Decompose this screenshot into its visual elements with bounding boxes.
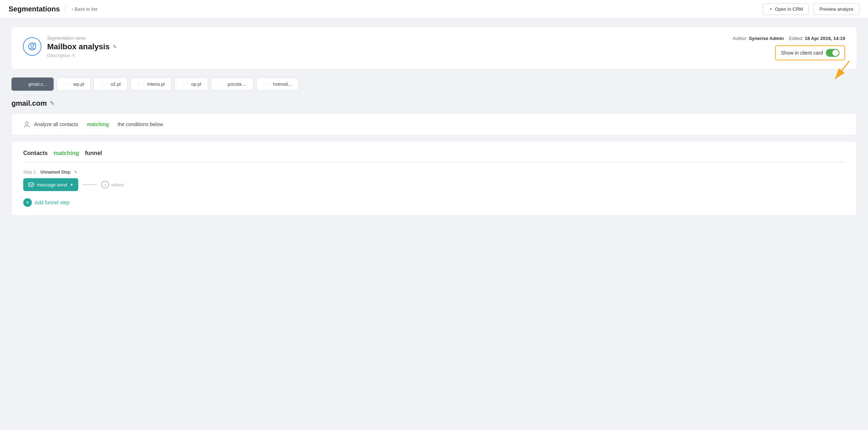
drag-icon: ⋮⋮ [181,82,189,86]
seg-name-label: Segmentation name [47,36,117,41]
person-icon: ⚬ [769,6,773,12]
analyze-text-before: Analyze all contacts [34,121,78,127]
tab-label: hotmail... [273,81,292,87]
tab-label: op.pl [191,81,201,87]
back-label: Back to list [75,6,97,12]
segment-tabs: ⋮⋮ gmail.c... ⋮⋮ wp.pl ⋮⋮ o2.pl ⋮⋮ inter… [11,78,857,91]
where-label: where [111,182,124,188]
add-where-button[interactable]: + where [101,181,124,189]
drag-icon: ⋮⋮ [263,82,271,86]
description-label[interactable]: Description ✎ [47,53,117,58]
funnel-title: Contacts matching funnel [23,150,845,156]
chevron-down-icon: ▼ [70,183,74,187]
main-content: + Segmentation name Mailbox analysis ✎ D… [0,19,868,224]
tab-oppl[interactable]: ⋮⋮ op.pl [174,78,208,91]
funnel-divider [23,162,845,162]
section-edit-icon[interactable]: ✎ [50,100,54,107]
card-top-left: + Segmentation name Mailbox analysis ✎ D… [23,36,117,58]
analyze-text-after: the conditions below. [118,121,164,127]
connector-line [83,184,97,185]
tab-interiapl[interactable]: ⋮⋮ interia.pl [130,78,172,91]
show-in-card-toggle[interactable] [826,49,839,57]
preview-analyze-button[interactable]: Preview analyze [813,3,859,15]
open-crm-button[interactable]: ⚬ Open in CRM [763,3,809,15]
drag-icon: ⋮⋮ [100,82,108,86]
tab-label: wp.pl [73,81,84,87]
tab-wppl[interactable]: ⋮⋮ wp.pl [56,78,91,91]
segmentation-card: + Segmentation name Mailbox analysis ✎ D… [11,27,857,69]
tab-gmail[interactable]: ⋮⋮ gmail.c... [11,78,54,91]
section-name: gmail.com ✎ [11,99,857,108]
add-funnel-step-button[interactable]: + Add funnel step [23,198,845,207]
seg-info: Segmentation name Mailbox analysis ✎ Des… [47,36,117,58]
step-label: Step 1: Unnamed Step ✎ [23,170,845,175]
event-button[interactable]: message.send ▼ [23,178,78,191]
plus-circle-icon: + [101,181,109,189]
svg-line-5 [835,61,849,79]
header-divider [65,6,66,13]
desc-edit-icon: ✎ [72,53,75,58]
tab-poczta[interactable]: ⋮⋮ poczta.... [211,78,253,91]
step-edit-icon[interactable]: ✎ [74,170,78,175]
drag-icon: ⋮⋮ [18,82,26,86]
analyze-matching: matching [87,121,109,127]
tab-label: poczta.... [228,81,247,87]
svg-rect-7 [29,183,34,186]
header-right: ⚬ Open in CRM Preview analyze [763,3,859,15]
back-link[interactable]: ‹ Back to list [71,6,97,12]
person-icon [23,121,30,128]
seg-title-text: Mailbox analysis [47,42,110,51]
page-title: Segmentations [9,5,60,13]
meta-info: Author: Synerise Admin Edited: 18 Apr 20… [733,36,845,41]
show-in-card-label: Show in client card [781,50,823,56]
drag-icon: ⋮⋮ [137,82,145,86]
svg-text:+: + [34,43,36,45]
header: Segmentations ‹ Back to list ⚬ Open in C… [0,0,868,19]
show-in-client-card-container: Show in client card [775,45,845,60]
funnel-card: Contacts matching funnel Step 1: Unnamed… [11,141,857,216]
tab-label: o2.pl [110,81,120,87]
card-top-right: Author: Synerise Admin Edited: 18 Apr 20… [733,36,845,60]
analyze-banner: Analyze all contacts matching the condit… [11,113,857,135]
tab-label: interia.pl [147,81,165,87]
tab-label: gmail.c... [28,81,47,87]
chevron-left-icon: ‹ [71,6,73,12]
drag-icon: ⋮⋮ [63,82,71,86]
svg-point-6 [25,122,28,125]
tab-o2pl[interactable]: ⋮⋮ o2.pl [94,78,127,91]
funnel-matching: matching [54,150,79,156]
arrow-annotation [828,59,853,84]
step-row: message.send ▼ + where [23,178,845,191]
drag-icon: ⋮⋮ [218,82,226,86]
segmentation-icon: + [23,37,41,56]
title-edit-icon[interactable]: ✎ [113,44,117,50]
seg-title-row: Mailbox analysis ✎ [47,42,117,51]
header-left: Segmentations ‹ Back to list [9,5,97,13]
message-icon [28,182,34,188]
plus-filled-icon: + [23,198,32,207]
svg-point-1 [31,44,34,47]
tab-hotmail[interactable]: ⋮⋮ hotmail... [256,78,299,91]
